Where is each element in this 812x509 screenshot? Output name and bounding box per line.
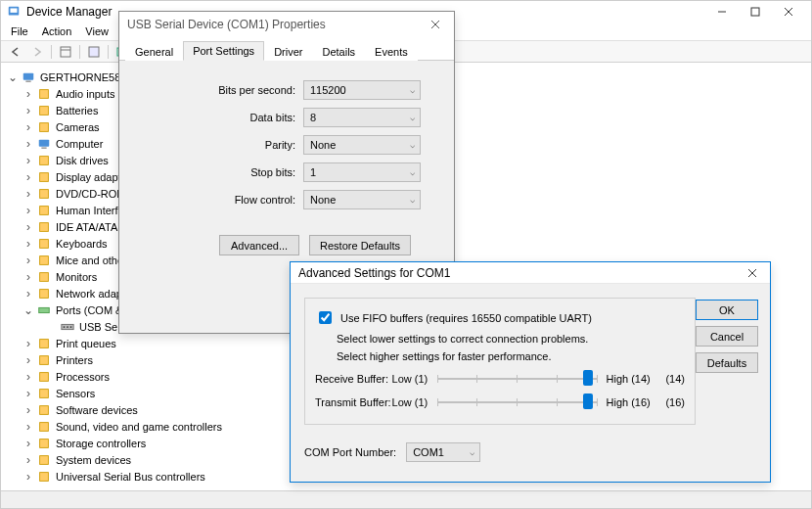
- hint-lower: Select lower settings to correct connect…: [337, 333, 685, 345]
- ok-button[interactable]: OK: [696, 300, 758, 320]
- use-fifo-checkbox[interactable]: Use FIFO buffers (requires 16550 compati…: [315, 308, 685, 327]
- tree-item-label: Monitors: [54, 271, 97, 283]
- svg-rect-23: [40, 222, 49, 231]
- menu-file[interactable]: File: [5, 24, 34, 38]
- svg-rect-40: [40, 455, 49, 464]
- tree-twisty-icon[interactable]: ›: [23, 155, 34, 166]
- use-fifo-input[interactable]: [319, 311, 332, 324]
- tree-twisty-icon[interactable]: ›: [23, 438, 34, 449]
- properties-button[interactable]: [83, 42, 105, 62]
- receive-buffer-label: Receive Buffer:: [315, 373, 392, 385]
- tree-twisty-icon[interactable]: ›: [23, 371, 34, 383]
- tree-twisty-icon[interactable]: ›: [23, 221, 34, 233]
- tree-twisty-icon[interactable]: ›: [23, 338, 34, 349]
- toolbar-separator: [79, 45, 80, 59]
- slider-thumb-icon[interactable]: [583, 370, 593, 386]
- tree-twisty-icon[interactable]: ›: [23, 354, 34, 366]
- disk-icon: [36, 154, 52, 167]
- tree-twisty-icon[interactable]: ›: [23, 254, 34, 266]
- tree-twisty-icon[interactable]: ›: [23, 105, 34, 116]
- prop-label: Bits per second:: [135, 84, 303, 96]
- prop-select-0[interactable]: 115200⌵: [303, 80, 421, 100]
- slider-thumb-icon[interactable]: [583, 393, 593, 409]
- audio-icon: [36, 87, 52, 101]
- tree-twisty-icon[interactable]: ›: [23, 454, 34, 466]
- serial-icon: [60, 320, 75, 334]
- receive-value: (14): [656, 373, 685, 385]
- advanced-button[interactable]: Advanced...: [219, 235, 299, 255]
- tree-twisty-icon[interactable]: ›: [23, 388, 34, 399]
- show-hide-tree-button[interactable]: [55, 42, 76, 62]
- prop-select-1[interactable]: 8⌵: [303, 108, 421, 127]
- properties-title: USB Serial Device (COM1) Properties: [127, 18, 326, 31]
- close-icon[interactable]: [425, 15, 446, 34]
- tree-twisty-icon[interactable]: ›: [23, 238, 34, 250]
- toolbar-separator: [51, 45, 52, 59]
- svg-rect-26: [40, 272, 49, 281]
- tree-twisty-icon[interactable]: ⌄: [7, 71, 19, 83]
- tree-twisty-icon[interactable]: ›: [23, 205, 34, 216]
- camera-icon: [36, 120, 52, 134]
- prop-select-2[interactable]: None⌵: [303, 135, 421, 155]
- tree-twisty-icon[interactable]: ›: [23, 138, 34, 150]
- minimize-button[interactable]: [705, 1, 739, 23]
- tree-item-label: Printers: [54, 354, 93, 366]
- tree-twisty-icon[interactable]: ›: [23, 188, 34, 200]
- svg-rect-20: [40, 172, 49, 181]
- transmit-buffer-slider[interactable]: [437, 395, 597, 409]
- svg-point-32: [70, 326, 72, 328]
- tree-twisty-icon[interactable]: ›: [23, 271, 34, 283]
- storage-icon: [36, 437, 52, 450]
- monitor-icon: [36, 270, 52, 284]
- tab-port-settings[interactable]: Port Settings: [183, 41, 264, 61]
- svg-rect-6: [61, 47, 70, 57]
- com-port-select[interactable]: COM1 ⌵: [406, 442, 480, 462]
- tab-general[interactable]: General: [125, 42, 183, 61]
- ide-icon: [36, 220, 52, 234]
- tree-twisty-icon[interactable]: ⌄: [23, 304, 34, 316]
- usb-icon: [36, 470, 52, 484]
- tree-twisty-icon[interactable]: ›: [23, 421, 34, 433]
- tree-twisty-icon[interactable]: ›: [23, 88, 34, 100]
- tree-item-label: Processors: [54, 371, 110, 383]
- tree-item-label: Computer: [54, 138, 103, 150]
- svg-rect-17: [39, 139, 50, 146]
- menu-view[interactable]: View: [79, 24, 114, 38]
- dvd-icon: [36, 187, 52, 201]
- tree-twisty-icon[interactable]: ›: [23, 121, 34, 133]
- tree-item-label: Software devices: [54, 404, 138, 416]
- tree-item-label: Batteries: [54, 105, 98, 116]
- cpu-icon: [36, 370, 52, 384]
- prop-select-3[interactable]: 1⌵: [303, 162, 421, 182]
- sound-icon: [36, 420, 52, 434]
- maximize-button[interactable]: [739, 1, 772, 23]
- hid-icon: [36, 204, 52, 217]
- restore-defaults-button[interactable]: Restore Defaults: [309, 235, 411, 255]
- tree-twisty-icon[interactable]: ›: [23, 404, 34, 416]
- svg-rect-8: [89, 47, 99, 57]
- tab-details[interactable]: Details: [312, 42, 365, 61]
- tree-twisty-icon[interactable]: ›: [23, 288, 34, 300]
- tree-twisty-icon[interactable]: ›: [23, 171, 34, 183]
- tab-driver[interactable]: Driver: [264, 42, 312, 61]
- svg-rect-28: [39, 307, 50, 312]
- defaults-button[interactable]: Defaults: [696, 352, 758, 373]
- cancel-button[interactable]: Cancel: [696, 326, 758, 347]
- receive-buffer-slider[interactable]: [437, 372, 597, 386]
- forward-button[interactable]: [26, 42, 48, 62]
- prop-value: None: [310, 139, 336, 151]
- printer-icon: [36, 353, 52, 367]
- display-icon: [36, 170, 52, 184]
- ports-icon: [36, 303, 52, 317]
- advanced-titlebar: Advanced Settings for COM1: [291, 262, 770, 284]
- close-icon[interactable]: [743, 264, 762, 282]
- tab-events[interactable]: Events: [365, 42, 418, 61]
- chevron-down-icon: ⌵: [410, 167, 415, 177]
- back-button[interactable]: [5, 42, 26, 62]
- menu-action[interactable]: Action: [36, 24, 78, 38]
- prop-select-4[interactable]: None⌵: [303, 190, 421, 209]
- tree-twisty-icon[interactable]: ›: [23, 471, 34, 483]
- close-button[interactable]: [772, 1, 805, 23]
- svg-rect-1: [11, 9, 18, 13]
- tree-item-label: Keyboards: [54, 238, 108, 250]
